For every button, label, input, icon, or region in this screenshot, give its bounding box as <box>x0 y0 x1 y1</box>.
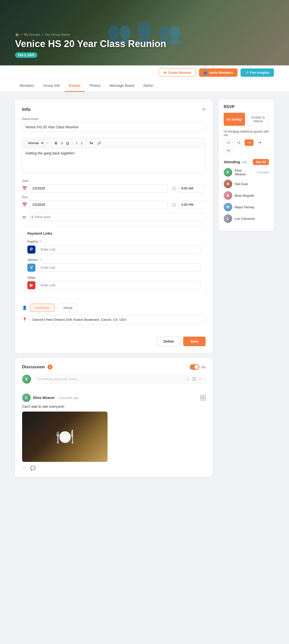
post-time: · 0 seconds ago <box>58 396 79 400</box>
fun-insights-button[interactable]: ✨ Fun Insights <box>240 68 274 77</box>
venmo-link-input[interactable] <box>37 263 200 272</box>
paypal-icon: P <box>27 246 35 254</box>
attendee-item: E Elise Weaver +3 Guests <box>224 168 269 177</box>
hero-title: Venice HS 20 Year Class Reunion <box>15 38 166 49</box>
send-icon[interactable]: ▷ <box>199 377 202 381</box>
name-event-label: Name event <box>22 117 206 121</box>
start-time-input[interactable] <box>178 184 206 192</box>
breadcrumb-home[interactable]: 🏠 <box>15 33 19 36</box>
rich-text-editor: Normal ⇕ B I U ⁝ ⁞ Tx 🔗 Getting the gang… <box>22 138 206 173</box>
start-time-icon: 🕐 <box>172 186 176 190</box>
breadcrumb-groups[interactable]: My Groups <box>24 33 40 36</box>
create-member-button[interactable]: ⊕ Create Member <box>159 68 196 77</box>
post-author-info: Elise Weaver · 0 seconds ago <box>33 395 79 400</box>
bold-button[interactable]: B <box>54 141 58 146</box>
link-button[interactable]: 🔗 <box>96 141 102 146</box>
hero-date-badge: Feb 2, 2025 <box>15 52 37 58</box>
rich-text-content[interactable]: Getting the gang back together! <box>22 148 206 173</box>
guest-options: +1 +2 +3 +4 +5 <box>224 139 269 154</box>
rsvp-buttons: I'm Going! Unable to Attend <box>224 113 269 126</box>
other-row: ▶ <box>27 281 200 289</box>
guest-btn-1[interactable]: +1 <box>224 139 233 146</box>
ticket-icon: 🎟 <box>22 215 26 219</box>
post-header: E Elise Weaver · 0 seconds ago 🗑 <box>22 393 206 402</box>
attendee-guests-0: +3 Guests <box>256 171 269 174</box>
end-time-input[interactable] <box>178 200 206 209</box>
location-row: 📍 <box>22 315 206 324</box>
paypal-label: PayPal ⓘ <box>27 239 200 244</box>
rsvp-sidebar: RSVP I'm Going! Unable to Attend I'm bri… <box>219 100 274 231</box>
venmo-icon: V <box>27 264 35 272</box>
comment-input-box[interactable]: Something about the event... ☺ 🖼 ▷ <box>34 374 206 384</box>
invite-members-button[interactable]: 👥 Invite Members <box>199 68 237 77</box>
attendee-item-2: B Bree Mcgrath <box>224 191 269 200</box>
italic-button[interactable]: I <box>60 141 63 146</box>
delete-button[interactable]: Delete <box>157 337 180 346</box>
comment-button[interactable]: 💬 <box>30 465 36 471</box>
guest-btn-2[interactable]: +2 <box>234 139 243 146</box>
underline-button[interactable]: U <box>65 141 70 146</box>
discussion-title-row: Discussion 1 <box>22 365 53 370</box>
datetime-section: Start 📅 🕐 End 📅 🕐 <box>22 179 206 209</box>
discussion-toggle[interactable] <box>190 364 199 370</box>
guest-btn-5[interactable]: +5 <box>224 147 233 154</box>
tab-events[interactable]: Events <box>65 80 85 92</box>
guest-btn-4[interactable]: +4 <box>255 139 264 146</box>
in-person-button[interactable]: In-Person <box>30 304 55 312</box>
see-all-button[interactable]: See All <box>253 159 269 165</box>
tab-admin[interactable]: Admin <box>139 80 158 92</box>
venmo-info-icon: ⓘ <box>39 258 42 262</box>
name-event-input[interactable] <box>22 122 206 132</box>
location-input[interactable] <box>29 315 206 324</box>
food-image: 🍽️ <box>22 412 108 462</box>
like-button[interactable]: ♡ <box>22 465 26 471</box>
post-author-name: Elise Weaver <box>33 396 55 400</box>
ticket-price-input[interactable] <box>28 213 206 221</box>
info-card-title: Info <box>22 107 30 112</box>
close-button[interactable]: ✕ <box>202 107 206 112</box>
guest-btn-3[interactable]: +3 <box>245 139 254 146</box>
rsvp-guest-label: I'm bringing additional guests with me <box>224 130 269 137</box>
discussion-badge: 1 <box>47 365 53 370</box>
format-select[interactable]: Normal <box>25 140 44 146</box>
rich-toolbar: Normal ⇕ B I U ⁝ ⁞ Tx 🔗 <box>22 138 206 148</box>
rsvp-going-button[interactable]: I'm Going! <box>224 113 245 126</box>
post-image: 🍽️ <box>22 412 108 462</box>
ordered-list-button[interactable]: ⁝ <box>75 141 78 146</box>
hero-section: 👥👤👥 🏠 > My Groups > Our Group Name Venic… <box>0 0 289 65</box>
unordered-list-button[interactable]: ⁞ <box>80 141 83 146</box>
start-date-input[interactable] <box>29 184 168 192</box>
start-calendar-icon: 📅 <box>22 186 27 191</box>
end-label: End <box>22 195 206 199</box>
tab-message-board[interactable]: Message Board <box>105 80 139 92</box>
virtual-button[interactable]: Virtual <box>58 304 78 312</box>
tab-group-info[interactable]: Group Info <box>39 80 64 92</box>
attendee-name-0: Elise Weaver <box>235 169 254 176</box>
breadcrumb-group-name[interactable]: Our Group Name <box>45 33 70 36</box>
save-button[interactable]: Save <box>183 337 206 346</box>
location-pin-icon: 📍 <box>22 317 27 322</box>
current-user-avatar: E <box>22 375 31 384</box>
left-column: Info ✕ Name event Normal ⇕ B I U <box>15 100 213 477</box>
attendee-item-1: N Neil East <box>224 180 269 188</box>
clear-format-button[interactable]: Tx <box>88 141 94 145</box>
attending-header: Attending (10) See All <box>224 159 269 165</box>
tab-photos[interactable]: Photos <box>85 80 105 92</box>
discussion-card: Discussion 1 On E Something about the ev… <box>15 358 213 477</box>
paypal-link-input[interactable] <box>37 245 200 254</box>
end-date-input[interactable] <box>29 200 168 209</box>
attendee-name-2: Bree Mcgrath <box>235 194 269 197</box>
image-icon[interactable]: 🖼 <box>192 377 196 381</box>
post-menu-button[interactable]: 🗑 <box>201 395 206 400</box>
card-actions: Delete Save <box>22 331 206 346</box>
end-datetime-group: End 📅 🕐 <box>22 195 206 209</box>
other-link-input[interactable] <box>37 281 200 289</box>
invite-icon: 👥 <box>204 71 208 74</box>
rsvp-not-going-button[interactable]: Unable to Attend <box>247 113 269 126</box>
emoji-icon[interactable]: ☺ <box>186 377 190 381</box>
paypal-payment-item: PayPal ⓘ P <box>27 239 200 254</box>
end-calendar-icon: 📅 <box>22 202 27 207</box>
tab-members[interactable]: Members <box>15 80 39 92</box>
start-datetime-row: 📅 🕐 <box>22 184 206 192</box>
attending-title: Attending <box>224 160 240 164</box>
